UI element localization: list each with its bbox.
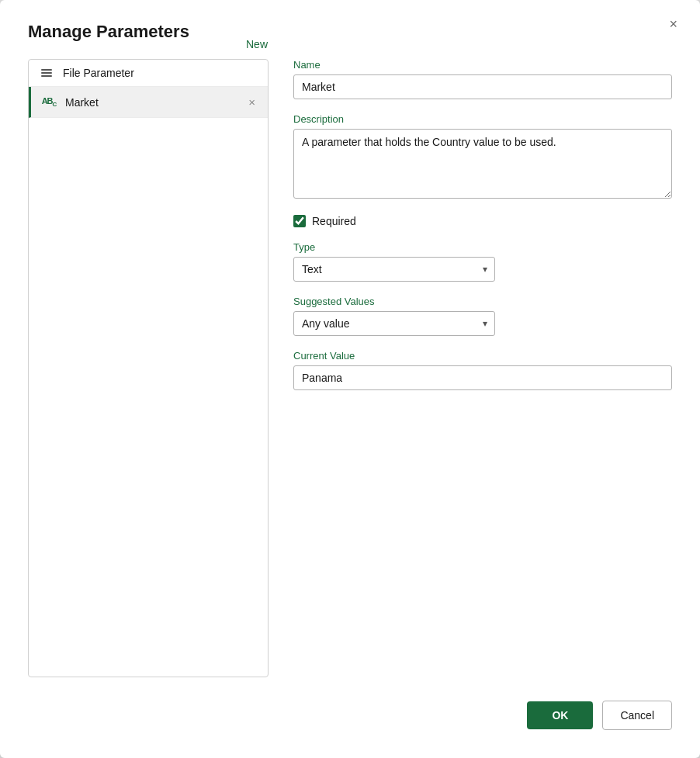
suggested-values-label: Suggested Values <box>293 296 672 307</box>
description-label: Description <box>293 113 672 125</box>
left-panel: New File Parameter ABC Market × <box>28 59 269 677</box>
cancel-button[interactable]: Cancel <box>602 701 672 730</box>
required-label[interactable]: Required <box>312 215 356 227</box>
abc-icon: ABC <box>40 96 57 108</box>
remove-market-button[interactable]: × <box>245 94 258 110</box>
required-row: Required <box>293 215 672 227</box>
suggested-values-select[interactable]: Any value List of values Query <box>293 311 495 336</box>
description-field-group: Description A parameter that holds the C… <box>293 113 672 201</box>
name-input[interactable] <box>293 74 672 99</box>
main-content: New File Parameter ABC Market × Name <box>28 59 672 677</box>
list-item-label-market: Market <box>65 96 237 109</box>
lines-icon <box>38 69 55 77</box>
list-item-label: File Parameter <box>63 67 258 79</box>
manage-parameters-dialog: × Manage Parameters New File Parameter A… <box>0 0 700 758</box>
name-label: Name <box>293 59 672 71</box>
close-button[interactable]: × <box>664 14 683 34</box>
dialog-title: Manage Parameters <box>28 22 672 42</box>
name-field-group: Name <box>293 59 672 99</box>
current-value-field-group: Current Value <box>293 350 672 390</box>
required-checkbox[interactable] <box>293 215 306 227</box>
type-label: Type <box>293 241 672 253</box>
type-select[interactable]: Text Number Date Boolean <box>293 257 495 282</box>
type-field-group: Type Text Number Date Boolean ▾ <box>293 241 672 282</box>
ok-button[interactable]: OK <box>527 701 593 729</box>
suggested-values-select-wrapper: Any value List of values Query ▾ <box>293 311 495 336</box>
current-value-label: Current Value <box>293 350 672 362</box>
new-link[interactable]: New <box>246 38 268 50</box>
current-value-input[interactable] <box>293 365 672 390</box>
type-select-wrapper: Text Number Date Boolean ▾ <box>293 257 495 282</box>
list-item-file-parameter[interactable]: File Parameter <box>29 60 268 87</box>
list-item-market[interactable]: ABC Market × <box>29 87 268 118</box>
right-panel: Name Description A parameter that holds … <box>269 59 672 677</box>
suggested-values-field-group: Suggested Values Any value List of value… <box>293 296 672 336</box>
footer: OK Cancel <box>28 677 672 730</box>
description-input[interactable]: A parameter that holds the Country value… <box>293 129 672 199</box>
